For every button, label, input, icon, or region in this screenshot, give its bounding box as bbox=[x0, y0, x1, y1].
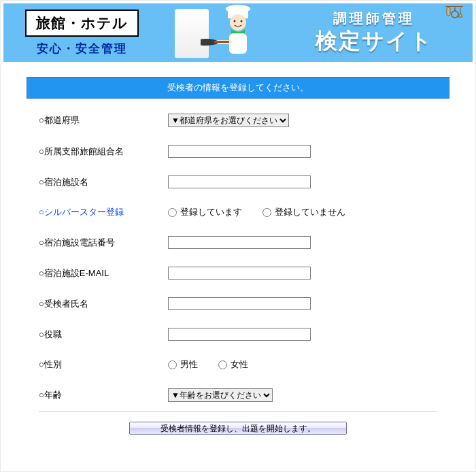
divider bbox=[39, 411, 437, 412]
submit-button[interactable]: 受検者情報を登録し、出題を開始します。 bbox=[129, 422, 347, 435]
select-age[interactable]: ▼年齢をお選びください bbox=[168, 388, 273, 402]
svg-point-4 bbox=[241, 20, 243, 22]
row-facility-email: ○宿泊施設E-MAIL bbox=[39, 267, 437, 280]
label-facility-email: ○宿泊施設E-MAIL bbox=[39, 267, 168, 280]
row-branch-union: ○所属支部旅館組合名 bbox=[39, 145, 437, 158]
input-branch-union[interactable] bbox=[168, 145, 311, 158]
row-facility-phone: ○宿泊施設電話番号 bbox=[39, 236, 437, 249]
label-gender: ○性別 bbox=[39, 358, 168, 371]
row-examinee-name: ○受検者氏名 bbox=[39, 297, 437, 310]
banner-right-line2: 検定サイト bbox=[316, 27, 433, 56]
kitchen-utensils-icon bbox=[443, 6, 466, 24]
site-banner: 旅館・ホテル 安心・安全管理 bbox=[3, 3, 473, 62]
label-examinee-name: ○受検者氏名 bbox=[39, 298, 168, 310]
banner-left-subtitle: 安心・安全管理 bbox=[37, 41, 127, 56]
radio-silver-no-label: 登録していません bbox=[275, 206, 345, 218]
label-branch-union: ○所属支部旅館組合名 bbox=[39, 146, 168, 158]
radio-silver-no[interactable]: 登録していません bbox=[262, 206, 345, 218]
svg-rect-8 bbox=[214, 41, 229, 43]
page-root: 旅館・ホテル 安心・安全管理 bbox=[0, 0, 476, 472]
chef-icon bbox=[201, 5, 275, 62]
svg-point-11 bbox=[452, 11, 458, 18]
radio-gender-female-label: 女性 bbox=[231, 358, 248, 371]
content-area: 受検者の情報を登録してください。 ○都道府県 ▼都道府県をお選びください ○所属… bbox=[27, 77, 449, 435]
input-facility-email[interactable] bbox=[168, 267, 311, 280]
svg-point-2 bbox=[230, 14, 246, 31]
banner-right-line1: 調理師管理 bbox=[333, 10, 415, 28]
svg-rect-10 bbox=[447, 7, 450, 16]
banner-left: 旅館・ホテル 安心・安全管理 bbox=[3, 3, 160, 62]
radio-gender-male[interactable]: 男性 bbox=[168, 358, 198, 371]
label-prefecture: ○都道府県 bbox=[39, 114, 168, 127]
input-examinee-name[interactable] bbox=[168, 297, 311, 310]
input-position[interactable] bbox=[168, 328, 311, 341]
input-facility-phone[interactable] bbox=[168, 236, 311, 249]
label-facility-phone: ○宿泊施設電話番号 bbox=[39, 237, 168, 249]
radio-gender-male-label: 男性 bbox=[180, 358, 198, 371]
radio-gender-female-input[interactable] bbox=[218, 360, 227, 369]
svg-point-3 bbox=[234, 20, 236, 22]
row-gender: ○性別 男性 女性 bbox=[39, 358, 437, 371]
row-position: ○役職 bbox=[39, 328, 437, 341]
row-facility-name: ○宿泊施設名 bbox=[39, 175, 437, 188]
radio-gender-male-input[interactable] bbox=[168, 360, 177, 369]
input-facility-name[interactable] bbox=[168, 175, 311, 188]
radio-silver-yes-label: 登録しています bbox=[180, 206, 242, 218]
label-position: ○役職 bbox=[39, 328, 168, 341]
banner-left-title: 旅館・ホテル bbox=[25, 10, 139, 37]
radio-gender-female[interactable]: 女性 bbox=[218, 358, 248, 371]
select-prefecture[interactable]: ▼都道府県をお選びください bbox=[168, 114, 289, 127]
banner-illustration bbox=[160, 3, 275, 62]
svg-rect-5 bbox=[229, 33, 247, 54]
label-facility-name: ○宿泊施設名 bbox=[39, 176, 168, 188]
radio-silver-yes[interactable]: 登録しています bbox=[168, 206, 242, 218]
registration-form: ○都道府県 ▼都道府県をお選びください ○所属支部旅館組合名 ○宿泊施設名 ○シ… bbox=[27, 114, 449, 402]
form-header: 受検者の情報を登録してください。 bbox=[27, 77, 449, 99]
radio-silver-no-input[interactable] bbox=[262, 208, 271, 217]
label-age: ○年齢 bbox=[39, 389, 168, 401]
row-prefecture: ○都道府県 ▼都道府県をお選びください bbox=[39, 114, 437, 127]
label-silver-star: ○シルバースター登録 bbox=[39, 206, 168, 218]
radio-silver-yes-input[interactable] bbox=[168, 208, 177, 217]
row-silver-star: ○シルバースター登録 登録しています 登録していません bbox=[39, 206, 437, 218]
row-age: ○年齢 ▼年齢をお選びください bbox=[39, 388, 437, 402]
